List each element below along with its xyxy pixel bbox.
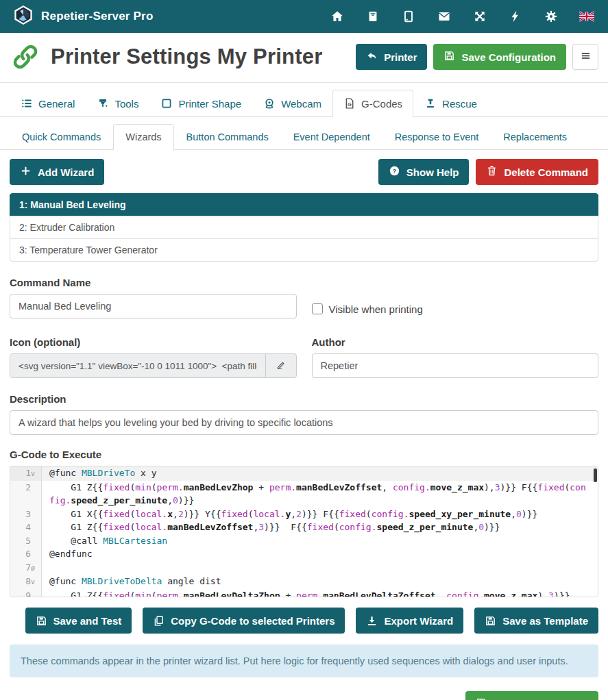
- page-title: Printer Settings My Printer: [51, 45, 322, 69]
- command-name-input[interactable]: [10, 294, 297, 318]
- expand-icon[interactable]: [472, 9, 487, 24]
- trash-icon: [486, 165, 498, 179]
- line-number: 9: [10, 589, 42, 598]
- description-input[interactable]: [10, 410, 598, 435]
- code-text: G1 X{{fixed(local.x,2)}} Y{{fixed(local.…: [42, 508, 598, 521]
- gcode-editor[interactable]: 1v@func MBLDriveTo x y2 G1 Z{{fixed(min(…: [10, 466, 598, 597]
- code-line: 4 G1 Z{{fixed(local.manBedLevZoffset,3)}…: [10, 521, 598, 534]
- repetier-logo-icon: [12, 4, 34, 29]
- code-line: 8v@func MBLDriveToDelta angle dist: [10, 575, 598, 589]
- tab-tools[interactable]: Tools: [86, 90, 149, 117]
- code-text: G1 Z{{fixed(local.manBedLevZoffset,3)}} …: [42, 521, 598, 534]
- code-line: 2 G1 Z{{fixed(min(perm.manBedLevZhop + p…: [10, 481, 598, 508]
- subtab-button-commands[interactable]: Button Commands: [174, 124, 281, 150]
- language-flag-icon[interactable]: [579, 9, 594, 24]
- webcam-icon: [263, 97, 276, 110]
- code-text: [42, 561, 598, 575]
- visible-when-printing-label: Visible when printing: [329, 303, 423, 315]
- code-line: 9 G1 Z{{fixed(min(perm.manBedLevDeltaZho…: [10, 589, 598, 598]
- code-text: @func MBLDriveTo x y: [42, 466, 598, 481]
- save-icon: [443, 50, 455, 64]
- gcode-lines: 1v@func MBLDriveTo x y2 G1 Z{{fixed(min(…: [10, 466, 598, 597]
- tab-label: Tools: [114, 98, 138, 110]
- chain-link-icon: [11, 42, 40, 71]
- save-as-template-button[interactable]: Save as Template: [474, 608, 598, 634]
- command-name-label: Command Name: [10, 277, 297, 288]
- tab-general[interactable]: General: [10, 90, 86, 117]
- author-label: Author: [312, 336, 599, 348]
- edit-icon-button[interactable]: [265, 354, 296, 377]
- export-wizard-button[interactable]: Export Wizard: [356, 608, 463, 634]
- copy-gcode-button[interactable]: Copy G-Code to selected Printers: [143, 608, 345, 634]
- page-header: Printer Settings My Printer Printer Save…: [0, 33, 608, 83]
- save-configuration-footer-button[interactable]: Save Configuration: [465, 691, 598, 700]
- tab-label: Rescue: [442, 98, 477, 110]
- line-number: 3: [10, 508, 42, 521]
- code-line: 3 G1 X{{fixed(local.x,2)}} Y{{fixed(loca…: [10, 508, 598, 521]
- save-configuration-button[interactable]: Save Configuration: [433, 44, 566, 70]
- global-settings-icon[interactable]: [544, 9, 559, 24]
- icon-svg-input[interactable]: [10, 354, 265, 377]
- back-arrow-icon: [366, 50, 378, 64]
- tablet-icon[interactable]: [401, 9, 416, 24]
- button-label: Save as Template: [502, 615, 588, 627]
- pencil-icon: [276, 359, 287, 373]
- copy-icon: [153, 615, 165, 627]
- author-input[interactable]: [312, 353, 599, 378]
- tab-rescue[interactable]: Rescue: [413, 90, 488, 117]
- floppy-icon: [485, 615, 496, 627]
- code-line: 6@endfunc: [10, 547, 598, 561]
- add-wizard-button[interactable]: Add Wizard: [10, 159, 104, 185]
- code-text: G1 Z{{fixed(min(perm.manBedLevDeltaZhop …: [42, 589, 598, 598]
- svg-text:?: ?: [392, 168, 396, 175]
- tab-label: G-Codes: [361, 98, 402, 110]
- hamburger-icon: [580, 50, 592, 64]
- printer-button[interactable]: Printer: [356, 44, 427, 70]
- delete-command-button[interactable]: Delete Command: [476, 159, 598, 185]
- line-number: 7ø: [10, 561, 42, 575]
- rescue-icon: [424, 97, 437, 110]
- plus-icon: [20, 165, 32, 179]
- home-icon[interactable]: [330, 9, 345, 24]
- editor-scrollbar[interactable]: [594, 468, 597, 482]
- floppy-icon: [36, 615, 47, 627]
- code-line: 1v@func MBLDriveTo x y: [10, 466, 598, 481]
- tab-printer-shape[interactable]: Printer Shape: [149, 90, 252, 117]
- brand[interactable]: Repetier-Server Pro: [12, 4, 153, 29]
- save-and-test-button[interactable]: Save and Test: [25, 608, 132, 634]
- code-line: 5 @call MBLCartesian: [10, 534, 598, 548]
- code-text: G1 Z{{fixed(min(perm.manBedLevZhop + per…: [42, 481, 598, 508]
- wizard-actions: Save and TestCopy G-Code to selected Pri…: [10, 608, 598, 634]
- printer-box-icon[interactable]: [365, 9, 380, 24]
- navbar-icons: [330, 9, 598, 24]
- wizard-toolbar: Add Wizard ? Show Help Delete Command: [10, 159, 598, 185]
- subtab-event-dependent[interactable]: Event Dependent: [281, 124, 382, 150]
- button-label: Save and Test: [53, 615, 122, 627]
- subtab-quick-commands[interactable]: Quick Commands: [10, 124, 113, 150]
- gcode-label: G-Code to Execute: [10, 449, 598, 460]
- tab-webcam[interactable]: Webcam: [252, 90, 332, 117]
- brand-title: Repetier-Server Pro: [41, 10, 153, 23]
- subtab-replacements[interactable]: Replacements: [491, 124, 579, 150]
- main-tabs: GeneralToolsPrinter ShapeWebcamGG-CodesR…: [0, 83, 608, 117]
- wizard-item[interactable]: 3: Temperature Tower Generator: [10, 238, 598, 262]
- quick-actions-icon[interactable]: [508, 9, 523, 24]
- top-navbar: Repetier-Server Pro: [0, 0, 608, 33]
- tab-g-codes[interactable]: GG-Codes: [332, 90, 413, 117]
- messages-icon[interactable]: [437, 9, 452, 24]
- wizard-item[interactable]: 2: Extruder Calibration: [10, 216, 598, 239]
- tab-label: General: [38, 98, 75, 110]
- subtab-response-to-event[interactable]: Response to Event: [382, 124, 491, 150]
- visible-when-printing-checkbox[interactable]: [312, 303, 323, 314]
- svg-text:G: G: [348, 101, 352, 108]
- description-label: Description: [10, 393, 598, 405]
- code-text: @endfunc: [42, 547, 598, 561]
- wizard-item[interactable]: 1: Manual Bed Leveling: [10, 193, 598, 216]
- menu-button[interactable]: [572, 44, 598, 70]
- line-number: 8v: [10, 575, 42, 589]
- show-help-button[interactable]: ? Show Help: [378, 159, 470, 185]
- gcode-file-icon: G: [343, 97, 356, 110]
- list-icon: [21, 97, 33, 110]
- line-number: 4: [10, 521, 42, 534]
- subtab-wizards[interactable]: Wizards: [113, 124, 173, 150]
